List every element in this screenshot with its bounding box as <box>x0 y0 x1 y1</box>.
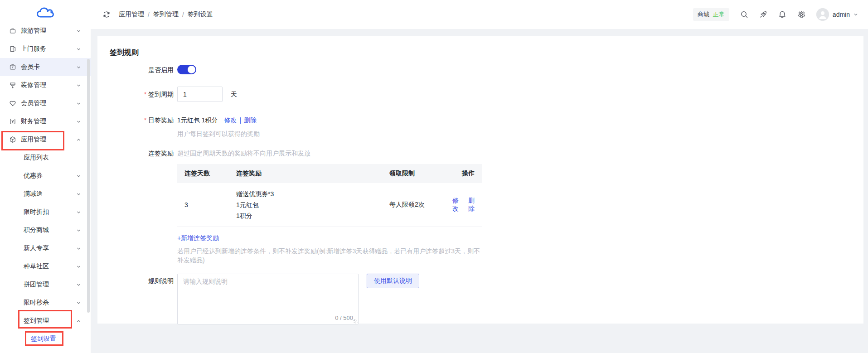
topbar: 应用管理 / 签到管理 / 签到设置 商城 正常 <box>91 0 868 29</box>
sidebar-item-member-card[interactable]: 会员卡 <box>0 58 91 76</box>
rule-description-textarea[interactable] <box>177 274 359 324</box>
cell-days: 3 <box>177 189 236 221</box>
chevron-up-icon <box>77 138 81 142</box>
finance-icon <box>9 118 16 125</box>
enable-toggle[interactable] <box>177 65 196 74</box>
sidebar-item-home-service[interactable]: 上门服务 <box>0 40 91 58</box>
sidebar-item-label: 财务管理 <box>21 117 46 126</box>
refresh-icon[interactable] <box>102 10 111 19</box>
chevron-down-icon <box>77 29 81 33</box>
sidebar-item-group-buy[interactable]: 拼团管理 <box>0 276 91 294</box>
use-default-description-button[interactable]: 使用默认说明 <box>367 274 419 288</box>
cell-rewards: 赠送优惠券*3 1元红包 1积分 <box>236 189 389 221</box>
col-header-limit: 领取限制 <box>389 169 448 178</box>
sidebar-item-signin-settings[interactable]: 签到设置 <box>0 330 91 348</box>
chevron-up-icon <box>77 319 81 323</box>
bell-icon[interactable] <box>778 10 786 19</box>
search-icon[interactable] <box>740 10 748 19</box>
shop-status: 正常 <box>713 10 725 19</box>
sidebar-item-signin-mgmt[interactable]: 签到管理 <box>0 312 91 330</box>
toggle-knob <box>188 66 195 73</box>
cycle-row: 签到周期 天 <box>110 87 863 102</box>
sidebar-item-decoration[interactable]: 装修管理 <box>0 76 91 94</box>
sidebar-item-label: 应用管理 <box>21 135 46 144</box>
sidebar-item-community[interactable]: 种草社区 <box>0 257 91 276</box>
row-edit-link[interactable]: 修改 <box>448 197 459 213</box>
add-streak-reward-link[interactable]: +新增连签奖励 <box>177 233 219 242</box>
sidebar-item-label: 会员管理 <box>21 99 46 107</box>
gear-icon[interactable] <box>797 10 805 19</box>
sidebar-item-label: 限时秒杀 <box>24 299 49 307</box>
sidebar-item-label: 上门服务 <box>21 45 46 53</box>
daily-edit-link[interactable]: 修改 <box>224 116 237 124</box>
sidebar-item-label: 旅游管理 <box>21 27 46 35</box>
member-icon <box>9 100 16 107</box>
member-card-icon <box>9 63 16 71</box>
sidebar-item-app-mgmt[interactable]: 应用管理 <box>0 131 91 149</box>
reward-line: 1元红包 <box>236 199 389 210</box>
link-separator: | <box>239 116 241 124</box>
char-counter: 0 / 500 <box>335 314 353 321</box>
breadcrumb-item[interactable]: 签到管理 <box>153 10 179 19</box>
chevron-down-icon <box>77 228 81 232</box>
chevron-down-icon <box>853 12 858 17</box>
breadcrumb-item[interactable]: 应用管理 <box>119 10 144 19</box>
shop-status-badge: 商城 正常 <box>693 8 729 21</box>
sidebar-scrollbar[interactable] <box>87 59 90 313</box>
page-title: 签到规则 <box>110 48 863 58</box>
sidebar-item-app-list[interactable]: 应用列表 <box>0 149 91 167</box>
sidebar-item-label: 应用列表 <box>24 154 49 162</box>
daily-reward-row: 日签奖励 1元红包 1积分 修改|删除 用户每日签到可以获得的奖励 <box>110 116 863 139</box>
rule-description-wrap: 0 / 500 <box>177 274 359 324</box>
daily-delete-link[interactable]: 删除 <box>244 116 257 124</box>
sidebar-item-flash-sale[interactable]: 限时秒杀 <box>0 294 91 312</box>
daily-reward-value: 1元红包 1积分 <box>177 116 218 125</box>
reward-line: 赠送优惠券*3 <box>236 189 389 199</box>
col-header-days: 连签天数 <box>177 169 236 178</box>
travel-icon <box>9 27 16 34</box>
resize-handle-icon[interactable] <box>354 319 358 324</box>
rocket-icon[interactable] <box>759 10 767 19</box>
breadcrumb-separator: / <box>182 11 184 18</box>
user-menu[interactable]: admin <box>816 8 858 21</box>
cell-limit: 每人限领2次 <box>389 189 448 221</box>
streak-table: 连签天数 连签奖励 领取限制 操作 3 赠送优惠券*3 1元红包 1积 <box>177 164 482 227</box>
sidebar-item-coupon[interactable]: 优惠券 <box>0 167 91 185</box>
col-header-actions: 操作 <box>448 169 482 178</box>
apps-icon <box>9 136 16 143</box>
sidebar-item-member-mgmt[interactable]: 会员管理 <box>0 94 91 112</box>
breadcrumb-item-current: 签到设置 <box>188 10 213 19</box>
sidebar-item-label: 满减送 <box>24 190 43 198</box>
decoration-icon <box>9 82 16 89</box>
enable-row: 是否启用 <box>110 65 863 75</box>
sidebar-item-finance[interactable]: 财务管理 <box>0 112 91 131</box>
chevron-down-icon <box>77 210 81 214</box>
chevron-down-icon <box>77 265 81 269</box>
sidebar-item-full-discount[interactable]: 满减送 <box>0 185 91 203</box>
cycle-input[interactable] <box>177 87 223 102</box>
chevron-down-icon <box>77 283 81 287</box>
avatar <box>816 8 829 21</box>
cycle-label: 签到周期 <box>110 87 177 102</box>
row-delete-link[interactable]: 删除 <box>464 197 475 213</box>
table-header-row: 连签天数 连签奖励 领取限制 操作 <box>177 164 482 183</box>
sidebar-item-label: 积分商城 <box>24 226 49 234</box>
chevron-down-icon <box>77 102 81 106</box>
add-streak-hint: 若用户已经达到新增的连签条件，则不补发连奖励(例:新增连签3天获得赠品，若已有用… <box>177 247 482 265</box>
sidebar-item-newcomer[interactable]: 新人专享 <box>0 239 91 257</box>
main-area: 应用管理 / 签到管理 / 签到设置 商城 正常 <box>91 0 868 353</box>
sidebar-item-label: 会员卡 <box>21 63 40 71</box>
sidebar-item-points-mall[interactable]: 积分商城 <box>0 221 91 239</box>
logo-area <box>0 0 91 26</box>
sidebar-item-label: 种草社区 <box>24 262 49 271</box>
app-root: 旅游管理 上门服务 会员卡 装修管理 会员管理 <box>0 0 868 353</box>
cycle-unit: 天 <box>231 87 237 102</box>
sidebar-item-time-discount[interactable]: 限时折扣 <box>0 203 91 221</box>
sidebar-item-label: 优惠券 <box>24 172 43 180</box>
sidebar-item-label: 限时折扣 <box>24 208 49 216</box>
sidebar-item-label: 签到管理 <box>24 317 49 325</box>
reward-line: 1积分 <box>236 210 389 221</box>
sidebar: 旅游管理 上门服务 会员卡 装修管理 会员管理 <box>0 0 91 353</box>
cloud-logo-icon <box>36 6 55 20</box>
rule-description-row: 规则说明 0 / 500 使用默认说明 <box>110 274 863 324</box>
